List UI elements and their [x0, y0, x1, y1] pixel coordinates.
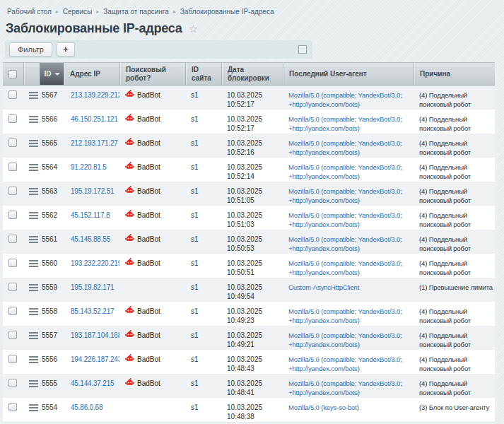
row-menu-icon[interactable]: [29, 139, 38, 148]
header-site-id[interactable]: IDсайта: [185, 63, 221, 85]
cell-checkbox: [3, 302, 23, 326]
select-all-checkbox[interactable]: [8, 70, 17, 78]
user-agent-link[interactable]: Mozilla/5.0 (compatible; YandexBot/3.0;+…: [288, 187, 414, 205]
ip-link[interactable]: 212.193.171.27: [71, 139, 118, 147]
user-agent-link[interactable]: Mozilla/5.0 (compatible; YandexBot/3.0;+…: [288, 259, 414, 277]
breadcrumb-link-services[interactable]: Сервисы: [63, 8, 92, 16]
ip-link[interactable]: 91.220.81.5: [71, 163, 107, 171]
cell-robot: BadBot: [119, 230, 185, 254]
ip-link[interactable]: 45.144.37.215: [71, 379, 114, 387]
ip-link[interactable]: 45.86.0.68: [71, 404, 102, 411]
row-checkbox[interactable]: [8, 379, 17, 387]
block-date: 10.03.2025: [227, 283, 280, 292]
user-agent-link[interactable]: Mozilla/5.0 (compatible; YandexBot/3.0;+…: [288, 307, 414, 325]
user-agent-link[interactable]: Mozilla/5.0 (compatible; YandexBot/3.0;+…: [288, 139, 414, 157]
row-checkbox[interactable]: [8, 187, 17, 195]
user-agent-link[interactable]: Mozilla/5.0 (compatible; YandexBot/3.0;+…: [288, 90, 414, 109]
ip-link[interactable]: 195.19.172.51: [71, 187, 114, 195]
row-checkbox[interactable]: [8, 331, 17, 339]
row-checkbox[interactable]: [8, 90, 17, 99]
favorite-star-icon[interactable]: ☆: [189, 23, 198, 34]
cell-site-id: s1: [185, 158, 221, 182]
header-robot[interactable]: Поисковыйробот?: [119, 63, 185, 85]
row-menu-icon[interactable]: [29, 403, 38, 413]
header-user-agent[interactable]: Последний User-агент: [283, 63, 414, 85]
block-date: 10.03.2025: [227, 163, 280, 172]
ip-link[interactable]: 193.232.220.219: [71, 259, 119, 267]
breadcrumb-link-desktop[interactable]: Рабочий стол: [7, 8, 52, 16]
badbot-icon: [125, 162, 134, 170]
cell-robot: BadBot: [119, 374, 185, 398]
sort-desc-icon: [54, 73, 60, 76]
row-menu-icon[interactable]: [29, 331, 38, 341]
ip-link[interactable]: 213.139.229.212: [71, 91, 119, 99]
row-menu-icon[interactable]: [29, 355, 38, 365]
row-checkbox[interactable]: [8, 259, 17, 267]
add-button[interactable]: +: [57, 42, 75, 57]
user-agent-link[interactable]: Mozilla/5.0 (compatible; YandexBot/3.0;+…: [288, 211, 414, 229]
ip-link[interactable]: 85.143.52.217: [71, 307, 114, 315]
row-checkbox[interactable]: [8, 114, 17, 123]
ip-link[interactable]: 46.150.251.121: [71, 115, 118, 123]
cell-reason: (4) Поддельныйпоисковый робот: [414, 110, 495, 134]
header-block-date[interactable]: Датаблокировки: [221, 63, 283, 85]
user-agent-link[interactable]: Mozilla/5.0 (keys-so-bot): [288, 403, 414, 412]
row-menu-icon[interactable]: [29, 235, 38, 245]
table-row: 5564 91.220.81.5 BadBot s1 10.03.202510:…: [3, 158, 495, 182]
row-checkbox[interactable]: [8, 139, 17, 147]
breadcrumb-arrow-icon: ▸: [56, 8, 59, 16]
table-row: 5562 45.152.117.8 BadBot s1 10.03.202510…: [3, 206, 495, 230]
row-checkbox[interactable]: [8, 211, 17, 219]
block-date: 10.03.2025: [227, 331, 280, 340]
row-menu-icon[interactable]: [29, 114, 38, 124]
user-agent-link[interactable]: Mozilla/5.0 (compatible; YandexBot/3.0;+…: [288, 163, 414, 181]
row-menu-icon[interactable]: [29, 379, 38, 389]
row-menu-icon[interactable]: [29, 187, 38, 196]
ip-link[interactable]: 194.226.187.243: [71, 355, 119, 363]
header-reason[interactable]: Причина: [414, 63, 495, 85]
user-agent-link[interactable]: Mozilla/5.0 (compatible; YandexBot/3.0;+…: [288, 355, 414, 373]
row-menu-icon[interactable]: [29, 259, 38, 269]
user-agent-link[interactable]: Mozilla/5.0 (compatible; YandexBot/3.0;+…: [288, 114, 414, 133]
user-agent-link[interactable]: Mozilla/5.0 (compatible; YandexBot/3.0;+…: [288, 331, 414, 349]
header-id-label: ID: [45, 70, 52, 78]
header-ip[interactable]: Адрес IP: [64, 63, 119, 85]
header-id[interactable]: ID: [40, 63, 64, 85]
filter-button[interactable]: Фильтр: [9, 42, 52, 57]
badbot-label: BadBot: [137, 379, 160, 388]
cell-reason: (4) Поддельныйпоисковый робот: [414, 182, 495, 206]
cell-menu: [23, 206, 40, 230]
row-checkbox[interactable]: [8, 163, 17, 171]
cell-user-agent: Mozilla/5.0 (compatible; YandexBot/3.0;+…: [283, 86, 414, 110]
row-menu-icon[interactable]: [29, 90, 38, 100]
ip-link[interactable]: 193.187.104.168: [71, 331, 119, 339]
grid-settings-icon[interactable]: [298, 45, 307, 54]
cell-menu: [23, 398, 40, 422]
ip-link[interactable]: 45.145.88.55: [71, 235, 110, 243]
cell-site-id: s1: [185, 134, 221, 158]
badbot-icon: [125, 378, 134, 387]
row-menu-icon[interactable]: [29, 211, 38, 220]
user-agent-link[interactable]: Mozilla/5.0 (compatible; YandexBot/3.0;+…: [288, 235, 414, 253]
breadcrumb-link-antiparsing[interactable]: Защита от парсинга: [103, 8, 169, 16]
ip-link[interactable]: 195.19.82.171: [71, 283, 114, 291]
ip-link[interactable]: 45.152.117.8: [71, 211, 110, 219]
badbot-icon: [125, 210, 134, 218]
user-agent-link[interactable]: Mozilla/5.0 (compatible; YandexBot/3.0;+…: [288, 379, 414, 397]
block-time: 10:51:05: [227, 196, 280, 205]
user-agent-link[interactable]: Custom-AsyncHttpClient: [288, 283, 414, 292]
breadcrumb-link-blocked-ips[interactable]: Заблокированные IP-адреса: [180, 8, 274, 16]
block-date: 10.03.2025: [227, 139, 280, 148]
row-menu-icon[interactable]: [29, 163, 38, 172]
cell-site-id: s1: [185, 86, 221, 110]
cell-checkbox: [3, 326, 23, 350]
row-checkbox[interactable]: [8, 355, 17, 363]
block-time: 10:52:14: [227, 172, 280, 181]
row-menu-icon[interactable]: [29, 283, 38, 293]
row-checkbox[interactable]: [8, 403, 17, 411]
row-checkbox[interactable]: [8, 283, 17, 291]
row-checkbox[interactable]: [8, 235, 17, 243]
row-menu-icon[interactable]: [29, 307, 38, 317]
row-checkbox[interactable]: [8, 307, 17, 315]
cell-checkbox: [3, 374, 23, 398]
